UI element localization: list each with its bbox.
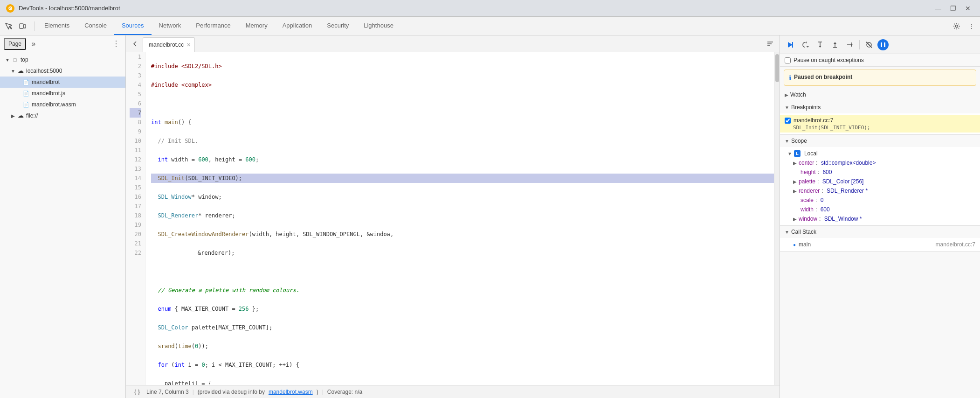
tree-arrow-file: ▶ — [9, 112, 17, 119]
inspect-element-button[interactable] — [2, 20, 15, 33]
resume-icon — [787, 41, 794, 49]
watch-header[interactable]: ▶ Watch — [780, 89, 980, 101]
editor-tab-filename: mandelbrot.cc — [149, 42, 184, 48]
pause-button[interactable] — [877, 39, 889, 50]
svg-marker-5 — [788, 42, 793, 48]
center-value: std::complex<double> — [821, 160, 876, 166]
scope-var-center[interactable]: ▶ center : std::complex<double> — [780, 158, 980, 168]
width-value: 600 — [821, 206, 830, 213]
code-area[interactable]: 12345 678 910111213 1415161718 19202122 … — [126, 52, 780, 385]
local-header[interactable]: ▼ L Local — [780, 149, 980, 158]
tree-label-mandelbrot-js: mandelbrot.js — [32, 89, 65, 98]
tab-security[interactable]: Security — [319, 17, 356, 35]
tree-label-mandelbrot-wasm: mandelbrot.wasm — [32, 100, 76, 109]
tree-label-file: file:// — [26, 112, 38, 120]
device-toolbar-button[interactable] — [16, 20, 29, 33]
coverage-status: Coverage: n/a — [327, 389, 362, 395]
watch-arrow: ▶ — [785, 92, 788, 98]
breakpoints-arrow: ▼ — [785, 105, 789, 110]
palette-value: SDL_Color [256] — [822, 178, 864, 185]
svg-rect-3 — [24, 25, 26, 28]
sidebar-more-button[interactable]: » — [28, 38, 39, 49]
settings-button[interactable] — [950, 20, 963, 33]
step-into-button[interactable] — [814, 38, 827, 51]
source-paren-close: ) — [317, 389, 318, 395]
tab-network[interactable]: Network — [152, 17, 189, 35]
file-icon-mandelbrot-wasm: 📄 — [22, 101, 30, 108]
status-bar: { } Line 7, Column 3 | (provided via deb… — [126, 385, 780, 398]
scope-header[interactable]: ▼ Scope — [780, 135, 980, 147]
tab-sources[interactable]: Sources — [114, 17, 152, 35]
tab-performance[interactable]: Performance — [188, 17, 238, 35]
window-arrow: ▶ — [793, 216, 797, 222]
center-arrow: ▶ — [793, 161, 797, 166]
more-button[interactable]: ⋮ — [965, 20, 978, 33]
format-script-button[interactable] — [764, 37, 777, 50]
breakpoint-item: mandelbrot.cc:7 SDL_Init(SDL_INIT_VIDEO)… — [780, 115, 980, 133]
go-back-button[interactable] — [129, 37, 142, 50]
editor-panel: mandelbrot.cc × 12345 678 910111213 1415… — [126, 35, 780, 398]
tab-memory[interactable]: Memory — [238, 17, 275, 35]
scope-var-renderer[interactable]: ▶ renderer : SDL_Renderer * — [780, 186, 980, 196]
callstack-header[interactable]: ▼ Call Stack — [780, 226, 980, 238]
minimize-button[interactable]: — — [932, 4, 945, 13]
step-out-icon — [831, 41, 839, 49]
tab-console[interactable]: Console — [77, 17, 114, 35]
file-icon-mandelbrot: 📄 — [22, 78, 30, 86]
status-separator: | — [193, 389, 194, 395]
pretty-print-button[interactable]: { } — [131, 386, 143, 398]
window-controls: — ❐ ✕ — [932, 4, 974, 13]
svg-line-18 — [866, 42, 872, 48]
pause-exceptions-checkbox[interactable] — [785, 57, 791, 63]
tree-item-file[interactable]: ▶ ☁ file:// — [0, 110, 125, 121]
tab-application[interactable]: Application — [275, 17, 320, 35]
code-content[interactable]: #include <SDL2/SDL.h> #include <complex>… — [145, 52, 774, 385]
restore-button[interactable]: ❐ — [946, 4, 959, 13]
vertical-scrollbar[interactable] — [774, 52, 780, 385]
cloud-icon-localhost: ☁ — [17, 67, 24, 75]
tree-item-mandelbrot-js[interactable]: 📄 mandelbrot.js — [0, 88, 125, 99]
step-out-button[interactable] — [828, 38, 842, 51]
folder-icon-top: □ — [11, 56, 19, 63]
tree-item-top[interactable]: ▼ □ top — [0, 54, 125, 65]
callstack-item-main[interactable]: ● main mandelbrot.cc:7 — [780, 240, 980, 249]
pause-exceptions-label[interactable]: Pause on caught exceptions — [794, 57, 864, 63]
sidebar-tab-page[interactable]: Page — [4, 38, 26, 50]
tab-elements[interactable]: Elements — [37, 17, 77, 35]
source-file-link[interactable]: mandelbrot.wasm — [269, 389, 313, 395]
local-label: Local — [804, 150, 818, 157]
svg-marker-10 — [819, 46, 821, 48]
svg-point-4 — [956, 25, 958, 27]
toolbar-icons — [2, 20, 29, 33]
step-over-button[interactable] — [799, 38, 812, 51]
close-button[interactable]: ✕ — [961, 4, 974, 13]
editor-file-tab-mandelbrot[interactable]: mandelbrot.cc × — [143, 37, 195, 52]
step-button[interactable] — [843, 38, 856, 51]
tree-item-mandelbrot-wasm[interactable]: 📄 mandelbrot.wasm — [0, 99, 125, 110]
scope-section: ▼ Scope ▼ L Local ▶ center : std — [780, 135, 980, 226]
scope-var-palette[interactable]: ▶ palette : SDL_Color [256] — [780, 177, 980, 186]
tab-lighthouse[interactable]: Lighthouse — [356, 17, 401, 35]
tree-item-mandelbrot[interactable]: 📄 mandelbrot — [0, 77, 125, 88]
editor-tabs: mandelbrot.cc × — [126, 35, 780, 52]
tree-arrow-localhost: ▼ — [9, 68, 17, 75]
bp-checkbox[interactable] — [785, 118, 791, 124]
go-back-icon — [132, 41, 138, 47]
scope-var-height: height : 600 — [780, 168, 980, 177]
sidebar-tree: ▼ □ top ▼ ☁ localhost:5000 📄 mandelbrot — [0, 52, 125, 398]
resume-button[interactable] — [784, 38, 797, 51]
format-icon — [767, 41, 773, 47]
inspect-icon — [5, 22, 12, 30]
file-icon-mandelbrot-js: 📄 — [22, 90, 30, 97]
tree-item-localhost[interactable]: ▼ ☁ localhost:5000 — [0, 65, 125, 77]
height-name: height — [801, 169, 816, 175]
breakpoints-header[interactable]: ▼ Breakpoints — [780, 101, 980, 113]
editor-tab-close[interactable]: × — [186, 42, 190, 48]
width-name: width — [801, 206, 814, 213]
sidebar-menu-button[interactable]: ⋮ — [110, 38, 122, 49]
scope-var-window[interactable]: ▶ window : SDL_Window * — [780, 214, 980, 223]
palette-name: palette — [799, 178, 815, 185]
cloud-icon-file: ☁ — [17, 112, 24, 119]
deactivate-breakpoints-button[interactable] — [863, 38, 876, 51]
renderer-value: SDL_Renderer * — [827, 188, 868, 194]
